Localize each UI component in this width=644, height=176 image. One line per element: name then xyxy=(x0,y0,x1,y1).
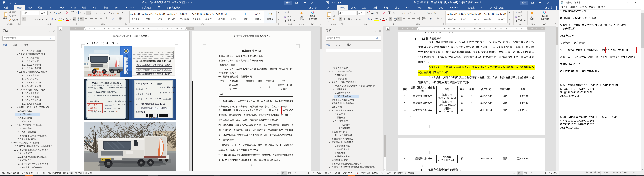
svg-text:2: 2 xyxy=(404,13,405,14)
svg-text:字: 字 xyxy=(394,18,396,20)
svg-text:*2:X0018589717*: *2:X0018589717* xyxy=(148,116,159,118)
svg-text:A: A xyxy=(109,12,110,14)
svg-text:A: A xyxy=(66,11,67,13)
svg-text:字: 字 xyxy=(78,18,79,20)
svg-text:A: A xyxy=(434,12,436,14)
svg-text:A: A xyxy=(51,18,54,21)
svg-text:2: 2 xyxy=(87,13,88,14)
svg-text:A: A xyxy=(427,12,428,14)
svg-text:A: A xyxy=(116,12,118,14)
svg-text:A: A xyxy=(384,11,384,13)
svg-text:A: A xyxy=(368,18,370,21)
